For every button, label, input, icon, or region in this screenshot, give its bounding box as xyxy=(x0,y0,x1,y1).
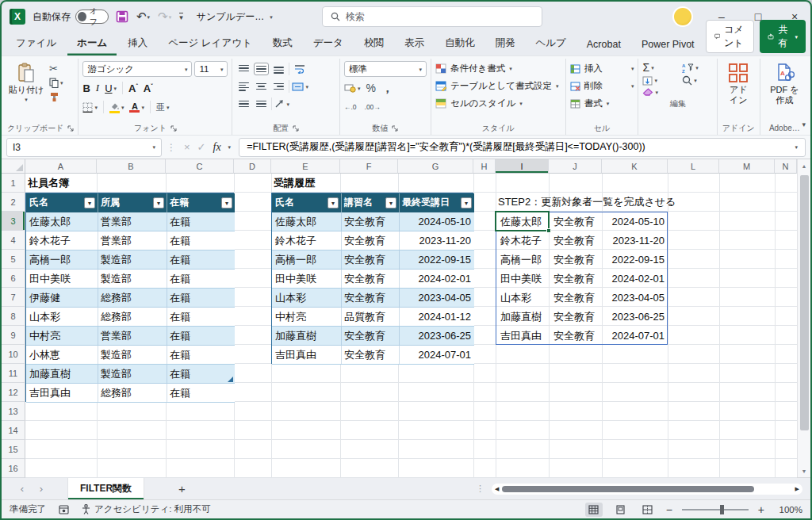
minimize-button[interactable]: – xyxy=(714,10,730,23)
autosave-control[interactable]: 自動保存 オフ xyxy=(33,10,109,24)
filter-button[interactable] xyxy=(84,197,95,208)
filter-button[interactable] xyxy=(327,197,339,208)
row-header-5[interactable]: 5 xyxy=(2,250,25,269)
italic-button[interactable]: I xyxy=(96,82,99,94)
fill-color-button[interactable] xyxy=(109,101,124,113)
column-header-A[interactable]: A xyxy=(25,159,97,174)
scroll-right-arrow[interactable]: ▶ xyxy=(795,486,799,492)
row-header-12[interactable]: 12 xyxy=(2,383,25,402)
delete-cells-button[interactable]: 削除 xyxy=(570,78,634,94)
previous-sheet-button[interactable]: ‹ xyxy=(13,483,32,495)
avatar[interactable] xyxy=(672,6,693,27)
ribbon-tab-4[interactable]: 数式 xyxy=(263,32,302,55)
expand-formula-bar-button[interactable] xyxy=(795,144,798,150)
filter-button[interactable] xyxy=(461,197,472,208)
row-header-1[interactable]: 1 xyxy=(2,174,25,193)
customize-qat-button[interactable] xyxy=(179,13,183,21)
column-header-H[interactable]: H xyxy=(473,159,496,174)
cell-styles-button[interactable]: セルのスタイル xyxy=(435,96,561,111)
font-size-select[interactable]: 11 xyxy=(194,61,228,77)
ribbon-tab-5[interactable]: データ xyxy=(304,32,353,55)
alignment-dialog-launcher[interactable] xyxy=(293,125,299,132)
filter-button[interactable] xyxy=(385,197,396,208)
insert-function-button[interactable]: fx xyxy=(213,141,221,154)
ribbon-tab-1[interactable]: ホーム xyxy=(67,32,117,55)
ribbon-tab-12[interactable]: Power Pivot xyxy=(632,34,704,55)
confirm-entry-button[interactable]: ✓ xyxy=(197,141,206,153)
fill-button[interactable] xyxy=(642,76,672,86)
font-dialog-launcher[interactable] xyxy=(170,125,177,132)
column-header-K[interactable]: K xyxy=(602,159,668,174)
format-painter-button[interactable] xyxy=(49,92,63,102)
row-header-9[interactable]: 9 xyxy=(2,326,25,345)
sheet-tab-active[interactable]: FILTER関数 xyxy=(68,478,144,499)
maximize-button[interactable]: □ xyxy=(750,10,766,23)
align-top-button[interactable] xyxy=(236,63,251,75)
ribbon-tab-10[interactable]: ヘルプ xyxy=(526,32,575,55)
column-header-J[interactable]: J xyxy=(549,159,602,174)
row-header-2[interactable]: 2 xyxy=(2,193,25,212)
row-header-16[interactable]: 16 xyxy=(2,459,25,478)
scroll-down-arrow[interactable]: ▼ xyxy=(798,465,810,477)
undo-button[interactable]: ↶ xyxy=(136,10,150,24)
row-header-8[interactable]: 8 xyxy=(2,307,25,326)
filter-button[interactable] xyxy=(221,197,232,208)
search-box[interactable]: 検索 xyxy=(322,6,542,27)
autosum-button[interactable]: Σ xyxy=(642,62,672,73)
increase-decimal-button[interactable]: ←.0 xyxy=(344,103,357,111)
formula-bar-grip[interactable]: ⋮ xyxy=(167,142,176,153)
redo-button[interactable]: ↷ xyxy=(158,10,171,24)
clear-button[interactable] xyxy=(642,88,672,97)
zoom-slider-thumb[interactable] xyxy=(720,505,724,514)
next-sheet-button[interactable]: › xyxy=(32,483,51,495)
table-resize-handle[interactable] xyxy=(228,377,233,382)
clipboard-dialog-launcher[interactable] xyxy=(67,125,74,132)
orientation-button[interactable] xyxy=(274,99,289,109)
align-right-button[interactable] xyxy=(271,80,286,93)
select-all-button[interactable] xyxy=(2,159,25,174)
row-header-10[interactable]: 10 xyxy=(2,345,25,364)
insert-cells-button[interactable]: 挿入 xyxy=(570,61,634,76)
horizontal-scroll-thumb[interactable] xyxy=(502,486,754,492)
column-header-G[interactable]: G xyxy=(398,159,473,174)
shrink-font-button[interactable]: Aˇ xyxy=(144,82,153,94)
normal-view-button[interactable] xyxy=(585,503,603,517)
column-header-N[interactable]: N xyxy=(775,159,797,174)
increase-indent-button[interactable] xyxy=(254,98,269,110)
macro-record-button[interactable] xyxy=(59,505,69,514)
collapse-ribbon-button[interactable] xyxy=(802,121,806,128)
grow-font-button[interactable]: Aˆ xyxy=(128,82,138,94)
column-header-C[interactable]: C xyxy=(166,159,234,174)
row-header-11[interactable]: 11 xyxy=(2,364,25,383)
cancel-entry-button[interactable]: × xyxy=(184,141,190,153)
vertical-scrollbar[interactable]: ▲ ▼ xyxy=(797,159,810,477)
ribbon-tab-9[interactable]: 開発 xyxy=(485,32,524,55)
paste-button[interactable]: 貼り付け xyxy=(7,61,45,121)
row-header-3[interactable]: 3 xyxy=(2,212,25,231)
font-color-button[interactable]: A xyxy=(129,102,144,113)
decrease-indent-button[interactable] xyxy=(236,98,251,110)
ribbon-tab-0[interactable]: ファイル xyxy=(6,32,66,55)
align-bottom-button[interactable] xyxy=(271,63,286,75)
column-header-B[interactable]: B xyxy=(97,159,166,174)
ribbon-tab-8[interactable]: 自動化 xyxy=(435,32,485,55)
number-dialog-launcher[interactable] xyxy=(392,125,398,132)
column-header-E[interactable]: E xyxy=(271,159,340,174)
comma-style-button[interactable]: ， xyxy=(381,81,393,96)
format-as-table-button[interactable]: テーブルとして書式設定 xyxy=(435,78,561,94)
addins-button[interactable]: アドイン xyxy=(722,61,754,121)
wrap-text-button[interactable] xyxy=(292,63,307,75)
page-break-view-button[interactable] xyxy=(639,503,657,517)
font-name-select[interactable]: 游ゴシック xyxy=(82,61,192,77)
name-box[interactable]: I3 xyxy=(6,138,162,157)
bold-button[interactable]: B xyxy=(82,82,90,94)
zoom-in-button[interactable]: + xyxy=(758,503,764,516)
column-header-M[interactable]: M xyxy=(719,159,775,174)
ribbon-tab-3[interactable]: ページ レイアウト xyxy=(159,32,262,55)
sort-filter-button[interactable]: A Z xyxy=(682,63,713,73)
formula-input[interactable]: =FILTER(受講履歴,(受講履歴[講習名]="安全教育")*(受講履歴[最終… xyxy=(239,138,806,157)
ribbon-tab-6[interactable]: 校閲 xyxy=(354,32,393,55)
accessibility-status[interactable]: アクセシビリティ: 利用不可 xyxy=(82,503,211,515)
filter-button[interactable] xyxy=(153,197,164,208)
decrease-decimal-button[interactable]: .00→ xyxy=(365,103,381,111)
